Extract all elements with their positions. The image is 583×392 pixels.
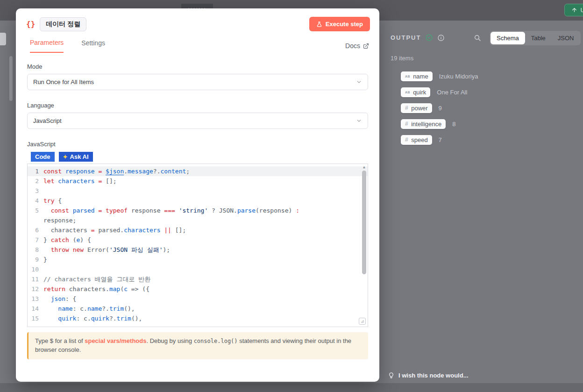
canvas-node-edge — [0, 33, 6, 45]
schema-field-pill[interactable]: #speed — [401, 135, 432, 145]
language-select-value: JavaScript — [33, 117, 62, 124]
special-vars-link[interactable]: special vars/methods — [85, 337, 146, 344]
field-value: 8 — [452, 121, 455, 128]
field-name: name — [413, 73, 428, 80]
line-number: 9 — [28, 255, 43, 264]
line-number: 5 — [28, 206, 43, 215]
line-number: 12 — [28, 284, 43, 294]
code-line[interactable]: 1const response = $json.message?.content… — [28, 166, 368, 176]
execute-step-button[interactable]: Execute step — [309, 17, 370, 31]
code-line[interactable]: 8 throw new Error('JSON 파싱 실패'); — [28, 245, 368, 255]
output-view-tabs: Schema Table JSON — [490, 31, 581, 45]
update-button-label: Up — [580, 7, 583, 14]
line-number: 4 — [28, 196, 43, 206]
modal-header: {} 데이터 정렬 Execute step — [16, 8, 379, 34]
field-value: Izuku Midoriya — [439, 73, 478, 80]
code-line[interactable]: 13 json: { — [28, 294, 368, 304]
schema-field-pill[interactable]: ABname — [401, 71, 433, 81]
ask-ai-label: Ask AI — [70, 153, 89, 160]
editor-resize-grip[interactable]: ◿ — [359, 318, 366, 325]
upload-icon — [571, 7, 577, 13]
string-type-icon: AB — [405, 75, 410, 78]
line-number: 6 — [28, 225, 43, 235]
code-line[interactable]: 10 — [28, 264, 368, 274]
javascript-label: JavaScript — [27, 141, 368, 148]
number-type-icon: # — [405, 121, 408, 127]
code-line[interactable]: 6 characters = parsed.characters || []; — [28, 225, 368, 235]
info-icon[interactable] — [437, 34, 445, 42]
code-line[interactable]: 11// characters 배열을 그대로 반환 — [28, 274, 368, 284]
line-number: 11 — [28, 274, 43, 284]
code-line[interactable]: 9} — [28, 255, 368, 264]
chevron-down-icon — [356, 118, 362, 124]
line-number: 15 — [28, 314, 43, 323]
tab-settings[interactable]: Settings — [81, 39, 105, 52]
output-header: OUTPUT — [391, 34, 445, 42]
schema-field-row: #speed7 — [401, 135, 478, 145]
editor-scrollbar-thumb[interactable] — [362, 171, 366, 274]
update-button[interactable]: Up — [564, 4, 583, 16]
editor-tabs: Code ✦ Ask AI — [31, 152, 368, 162]
line-number — [28, 215, 43, 225]
code-line[interactable]: 14 name: c.name?.trim(), — [28, 304, 368, 314]
language-label: Language — [27, 102, 368, 109]
node-title[interactable]: 데이터 정렬 — [40, 17, 86, 31]
success-check-icon — [425, 34, 433, 42]
code-line[interactable]: 4try { — [28, 196, 368, 206]
code-line[interactable]: 2let characters = []; — [28, 176, 368, 186]
editor-scrollbar[interactable]: ▲ — [362, 165, 367, 326]
line-number: 1 — [28, 166, 43, 176]
code-line[interactable]: 12return characters.map(c => ({ — [28, 284, 368, 294]
line-number: 2 — [28, 176, 43, 186]
wish-label: I wish this node would... — [398, 372, 469, 379]
tab-table[interactable]: Table — [525, 32, 552, 44]
code-line[interactable]: 3 — [28, 186, 368, 196]
lightbulb-icon — [388, 372, 395, 379]
field-value: 7 — [439, 136, 442, 143]
editor-hint: Type $ for a list of special vars/method… — [27, 332, 368, 359]
code-line[interactable]: 15 quirk: c.quirk?.trim(), — [28, 314, 368, 323]
code-line[interactable]: response; — [28, 215, 368, 225]
left-scrollbar-thumb[interactable] — [9, 56, 13, 101]
flask-icon — [316, 21, 322, 28]
schema-field-pill[interactable]: ABquirk — [401, 87, 430, 97]
code-editor[interactable]: 1const response = $json.message?.content… — [27, 164, 368, 327]
line-number: 13 — [28, 294, 43, 304]
sparkle-icon: ✦ — [63, 154, 68, 160]
line-number: 8 — [28, 245, 43, 255]
tab-ask-ai[interactable]: ✦ Ask AI — [59, 152, 93, 162]
language-select[interactable]: JavaScript — [27, 113, 368, 129]
scroll-up-arrow[interactable]: ▲ — [362, 165, 367, 170]
schema-field-pill[interactable]: #power — [401, 103, 432, 113]
tab-json[interactable]: JSON — [552, 32, 580, 44]
schema-field-row: ABnameIzuku Midoriya — [401, 71, 478, 81]
number-type-icon: # — [405, 105, 408, 111]
schema-field-row: ABquirkOne For All — [401, 87, 478, 97]
field-value: 9 — [439, 105, 442, 112]
field-name: intelligence — [411, 121, 441, 128]
docs-link[interactable]: Docs — [345, 42, 369, 50]
code-line[interactable]: 7} catch (e) { — [28, 235, 368, 245]
tab-parameters[interactable]: Parameters — [30, 39, 64, 53]
search-icon[interactable] — [474, 34, 481, 42]
field-name: power — [411, 105, 427, 112]
code-lines: 1const response = $json.message?.content… — [28, 166, 368, 323]
tab-schema[interactable]: Schema — [491, 32, 525, 44]
string-type-icon: AB — [405, 91, 410, 94]
output-title: OUTPUT — [391, 34, 421, 41]
schema-field-row: #power9 — [401, 103, 478, 113]
node-wish-footer[interactable]: I wish this node would... — [388, 372, 469, 379]
schema-field-pill[interactable]: #intelligence — [401, 119, 446, 129]
code-line[interactable]: 5 const parsed = typeof response === 'st… — [28, 206, 368, 215]
mode-select[interactable]: Run Once for All Items — [27, 74, 368, 90]
canvas-bottom-bar — [0, 383, 583, 392]
docs-label: Docs — [345, 42, 360, 50]
tab-code[interactable]: Code — [31, 152, 55, 162]
schema-field-row: #intelligence8 — [401, 119, 478, 129]
hint-text: Type $ for a list of — [35, 337, 85, 344]
code-node-icon: {} — [26, 20, 35, 29]
hint-code: console.log() — [194, 338, 238, 344]
mode-label: Mode — [27, 63, 368, 70]
line-number: 3 — [28, 186, 43, 196]
line-number: 14 — [28, 304, 43, 314]
